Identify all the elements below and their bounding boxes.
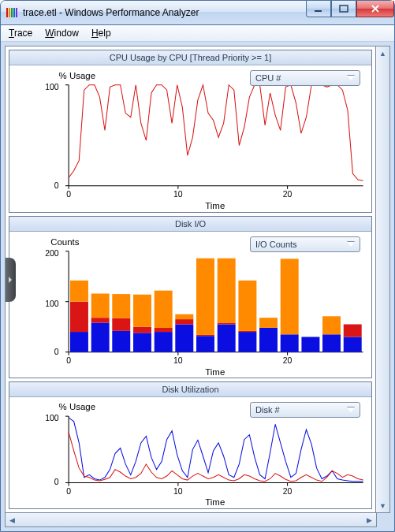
- svg-rect-37: [91, 318, 110, 322]
- x-axis-label: Time: [205, 201, 225, 210]
- panel-cpu-usage: CPU Usage by CPU [Thread Priority >= 1] …: [9, 50, 372, 213]
- panel-disk-utilization: Disk Utilization % Usage 100 0 0 10 20 T…: [9, 381, 372, 509]
- svg-rect-0: [6, 8, 8, 17]
- svg-rect-59: [238, 281, 256, 331]
- cpu-legend-dropdown[interactable]: CPU #: [250, 70, 360, 86]
- svg-rect-34: [70, 301, 88, 331]
- svg-text:100: 100: [45, 83, 59, 91]
- minimize-button[interactable]: [306, 1, 331, 17]
- y-axis-label: % Usage: [59, 71, 96, 80]
- svg-rect-57: [238, 332, 256, 352]
- svg-rect-1: [9, 8, 10, 17]
- scroll-left-button[interactable]: ◀: [6, 513, 19, 526]
- panel-title: CPU Usage by CPU [Thread Priority >= 1]: [9, 50, 371, 65]
- svg-rect-63: [281, 334, 299, 352]
- svg-rect-66: [301, 337, 319, 352]
- titlebar[interactable]: trace.etl - Windows Performance Analyzer: [1, 1, 394, 25]
- svg-rect-50: [175, 314, 193, 318]
- diskutil-legend-dropdown[interactable]: Disk #: [250, 402, 360, 418]
- svg-rect-71: [322, 316, 341, 334]
- svg-text:0: 0: [66, 487, 71, 496]
- svg-rect-62: [259, 318, 278, 328]
- svg-rect-49: [175, 319, 193, 324]
- svg-rect-40: [112, 318, 130, 331]
- cpu-chart[interactable]: % Usage 100 0 0 10 20 Time: [9, 65, 371, 212]
- svg-rect-41: [112, 294, 130, 318]
- svg-rect-5: [315, 10, 322, 12]
- svg-rect-58: [238, 331, 256, 332]
- svg-rect-36: [91, 322, 110, 352]
- svg-text:100: 100: [45, 299, 59, 308]
- disk1-series-line: [69, 433, 363, 482]
- svg-text:0: 0: [54, 181, 59, 190]
- window-controls: [306, 1, 394, 17]
- disk0-series-line: [69, 418, 363, 482]
- svg-rect-3: [13, 8, 15, 17]
- svg-text:20: 20: [283, 356, 293, 365]
- y-axis-label: % Usage: [59, 403, 96, 412]
- svg-rect-33: [70, 332, 88, 352]
- svg-rect-48: [175, 324, 193, 352]
- svg-rect-73: [344, 324, 362, 337]
- svg-rect-65: [281, 259, 299, 334]
- cpu-series-line: [69, 85, 363, 181]
- svg-text:100: 100: [45, 415, 59, 423]
- menu-help[interactable]: Help: [85, 25, 117, 41]
- svg-rect-38: [91, 293, 110, 318]
- svg-text:10: 10: [173, 356, 183, 365]
- panels-container: CPU Usage by CPU [Thread Priority >= 1] …: [5, 46, 376, 513]
- svg-rect-69: [322, 334, 341, 352]
- window-title: trace.etl - Windows Performance Analyzer: [23, 7, 199, 18]
- panel-title: Disk Utilization: [9, 382, 371, 397]
- svg-rect-53: [196, 258, 214, 334]
- panel-disk-io: Disk I/O Counts 200 100 0 0 10 20: [9, 216, 372, 379]
- svg-rect-47: [155, 290, 173, 327]
- svg-text:0: 0: [66, 190, 71, 199]
- svg-rect-35: [70, 281, 88, 302]
- svg-rect-51: [196, 336, 214, 352]
- panel-title: Disk I/O: [9, 217, 371, 232]
- svg-text:0: 0: [66, 356, 71, 365]
- svg-text:0: 0: [54, 347, 59, 355]
- svg-rect-52: [196, 335, 214, 336]
- chevron-down-icon: [347, 242, 355, 247]
- scroll-right-button[interactable]: ▶: [363, 513, 376, 526]
- menu-window[interactable]: Window: [39, 25, 85, 41]
- maximize-button[interactable]: [331, 1, 356, 17]
- menubar: Trace Window Help: [1, 25, 394, 42]
- chevron-down-icon: [347, 407, 355, 412]
- scroll-up-button[interactable]: ▲: [376, 47, 389, 60]
- svg-text:20: 20: [283, 190, 293, 199]
- app-icon: [6, 6, 18, 19]
- svg-rect-46: [155, 328, 173, 332]
- svg-rect-45: [155, 332, 173, 352]
- diskio-legend-dropdown[interactable]: I/O Counts: [250, 236, 360, 252]
- svg-rect-44: [133, 294, 151, 326]
- svg-rect-60: [259, 328, 278, 352]
- diskio-chart[interactable]: Counts 200 100 0 0 10 20 Time: [9, 232, 371, 378]
- scroll-down-button[interactable]: ▼: [376, 499, 389, 512]
- svg-rect-56: [218, 258, 236, 322]
- svg-rect-42: [133, 333, 151, 352]
- svg-rect-72: [344, 337, 362, 352]
- svg-rect-43: [133, 326, 151, 333]
- vertical-scrollbar[interactable]: ▲ ▼: [376, 46, 390, 513]
- x-axis-label: Time: [205, 497, 225, 507]
- svg-rect-39: [112, 331, 130, 352]
- diskio-bars: [70, 258, 362, 352]
- chevron-down-icon: [347, 76, 355, 80]
- horizontal-scrollbar[interactable]: ◀ ▶: [5, 513, 377, 527]
- close-button[interactable]: [356, 1, 394, 17]
- svg-text:10: 10: [173, 487, 183, 496]
- menu-trace[interactable]: Trace: [2, 25, 39, 41]
- client-area: CPU Usage by CPU [Thread Priority >= 1] …: [1, 42, 394, 531]
- svg-text:10: 10: [173, 190, 183, 199]
- x-axis-label: Time: [205, 366, 225, 376]
- svg-rect-2: [11, 8, 13, 17]
- y-axis-label: Counts: [50, 236, 80, 246]
- svg-rect-6: [340, 6, 348, 12]
- svg-rect-55: [218, 322, 236, 324]
- svg-text:0: 0: [54, 478, 59, 487]
- svg-rect-54: [218, 324, 236, 352]
- svg-text:200: 200: [45, 249, 59, 258]
